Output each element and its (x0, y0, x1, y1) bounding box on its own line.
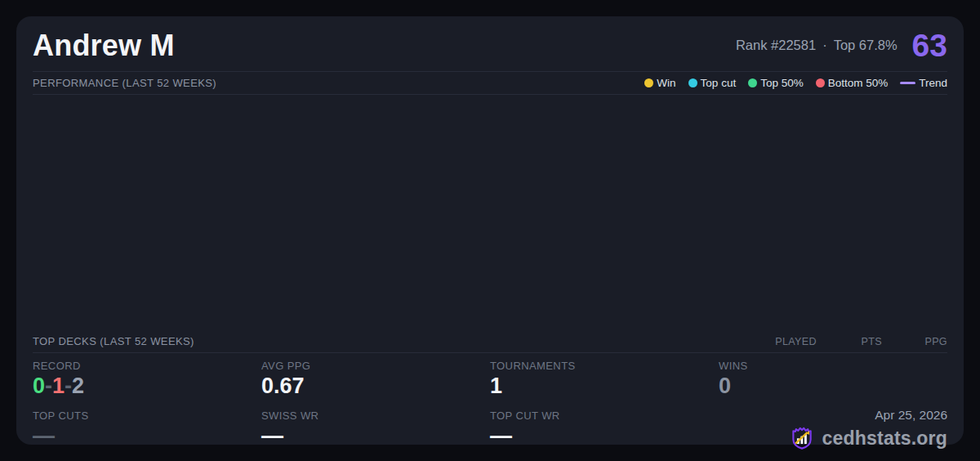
legend-label: Trend (919, 77, 947, 89)
legend-label: Bottom 50% (828, 77, 889, 89)
record-wins: 0 (33, 374, 45, 398)
brand-link[interactable]: cedhstats.org (788, 424, 947, 452)
top-cut-dot-icon (688, 78, 697, 87)
legend-label: Win (657, 77, 675, 89)
win-dot-icon (644, 78, 653, 87)
legend-label: Top 50% (760, 77, 804, 89)
stat-top-cut-wr: TOP CUT WR — (490, 403, 719, 452)
legend-label: Top cut (701, 77, 737, 89)
footer: Apr 25, 2026 cedhstats.org (719, 403, 947, 452)
stat-record: RECORD 0-1-2 (33, 353, 261, 403)
performance-header-row: PERFORMANCE (LAST 52 WEEKS) Win Top cut … (33, 71, 947, 95)
legend-item-top-50[interactable]: Top 50% (748, 77, 804, 89)
top-50-dot-icon (748, 78, 757, 87)
legend-item-bottom-50[interactable]: Bottom 50% (816, 77, 889, 89)
stat-avg-ppg: AVG PPG 0.67 (261, 353, 490, 403)
summary-stats: RECORD 0-1-2 AVG PPG 0.67 TOURNAMENTS 1 … (33, 353, 947, 452)
legend-item-top-cut[interactable]: Top cut (688, 77, 737, 89)
stat-label: RECORD (33, 360, 261, 372)
player-name: Andrew M (33, 29, 175, 63)
legend-item-win[interactable]: Win (644, 77, 675, 89)
record-separator: - (65, 374, 72, 398)
top-decks-title: TOP DECKS (LAST 52 WEEKS) (33, 335, 194, 347)
bottom-50-dot-icon (816, 78, 825, 87)
top-decks-columns: PLAYED PTS PPG (751, 336, 947, 347)
swiss-wr-value: — (261, 424, 490, 449)
record-draws: 2 (72, 374, 84, 398)
record-separator: - (45, 374, 52, 398)
stat-top-cuts: TOP CUTS — (33, 403, 261, 452)
wins-value: 0 (719, 374, 947, 399)
performance-chart (33, 95, 947, 330)
generated-date: Apr 25, 2026 (875, 408, 947, 423)
stat-tournaments: TOURNAMENTS 1 (490, 353, 719, 403)
trend-line-icon (900, 82, 915, 84)
tournaments-value: 1 (490, 374, 719, 399)
cedhstats-logo-icon (788, 424, 816, 452)
column-header-pts: PTS (817, 336, 882, 347)
stat-label: SWISS WR (261, 410, 490, 422)
column-header-ppg: PPG (882, 336, 947, 347)
top-percent-text: Top 67.8% (834, 38, 898, 53)
brand-name: cedhstats.org (822, 427, 947, 450)
rank-text: Rank #22581 (736, 38, 816, 53)
stat-label: TOP CUTS (33, 410, 261, 422)
stat-wins: WINS 0 (719, 353, 947, 403)
performance-title: PERFORMANCE (LAST 52 WEEKS) (33, 77, 216, 89)
legend-item-trend[interactable]: Trend (900, 77, 947, 89)
top-decks-header-row: TOP DECKS (LAST 52 WEEKS) PLAYED PTS PPG (33, 330, 947, 353)
top-cuts-value: — (33, 424, 261, 449)
stat-swiss-wr: SWISS WR — (261, 403, 490, 452)
stat-label: AVG PPG (261, 360, 490, 372)
top-cut-wr-value: — (490, 424, 719, 449)
card-header: Andrew M Rank #22581 · Top 67.8% 63 (33, 16, 947, 71)
stat-label: TOP CUT WR (490, 410, 719, 422)
record-value: 0-1-2 (33, 374, 261, 399)
avg-ppg-value: 0.67 (261, 374, 490, 399)
player-stats-card: Andrew M Rank #22581 · Top 67.8% 63 PERF… (16, 16, 964, 445)
stat-label: WINS (719, 360, 947, 372)
record-losses: 1 (52, 374, 65, 398)
chart-legend: Win Top cut Top 50% Bottom 50% Trend (644, 77, 947, 89)
header-right: Rank #22581 · Top 67.8% 63 (736, 29, 947, 61)
rank-line: Rank #22581 · Top 67.8% (736, 38, 898, 53)
player-score: 63 (912, 29, 947, 61)
stat-label: TOURNAMENTS (490, 360, 719, 372)
column-header-played: PLAYED (751, 336, 817, 347)
rank-separator: · (822, 38, 827, 53)
